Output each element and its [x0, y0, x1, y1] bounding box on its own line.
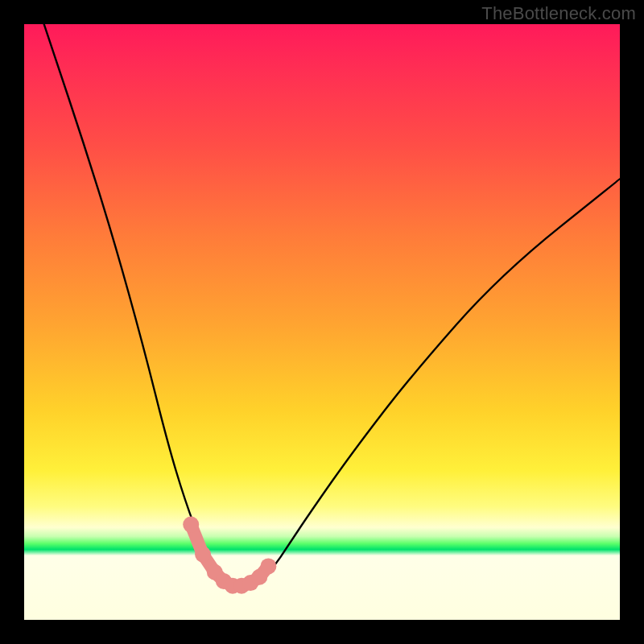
highlight-point [260, 558, 276, 574]
highlight-markers [183, 517, 276, 594]
chart-frame: TheBottleneck.com [0, 0, 644, 644]
bottleneck-curve-line [24, 24, 620, 587]
highlight-point [183, 517, 199, 533]
highlight-point [195, 547, 211, 563]
chart-overlay [24, 24, 620, 620]
watermark-text: TheBottleneck.com [481, 3, 636, 24]
